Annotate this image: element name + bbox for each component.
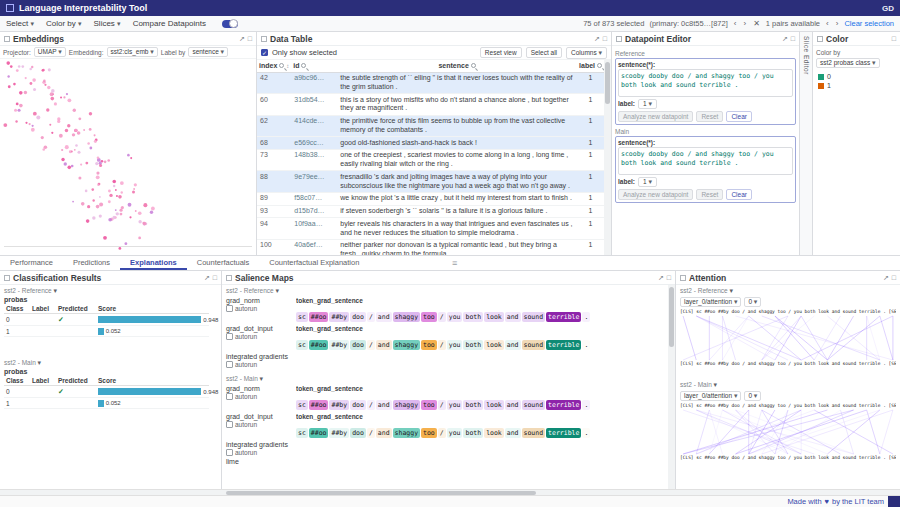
embedding-point[interactable]	[54, 102, 57, 105]
embedding-point[interactable]	[72, 201, 74, 203]
probas-row[interactable]: 1 0.052	[4, 398, 209, 409]
analyze-new-datapoint-button[interactable]: Analyze new datapoint	[618, 111, 693, 122]
embedding-point[interactable]	[61, 149, 63, 151]
color-by-select[interactable]: sst2 probas class ▾	[816, 58, 880, 68]
embedding-point[interactable]	[75, 144, 78, 147]
sort-icon[interactable]: ↕	[286, 63, 289, 69]
embedding-point[interactable]	[99, 214, 102, 217]
embedding-point[interactable]	[65, 145, 69, 149]
cell-id[interactable]: 414cde…	[291, 115, 337, 137]
label-by-select[interactable]: sentence ▾	[188, 47, 228, 57]
embedding-point[interactable]	[14, 109, 17, 112]
embedding-point[interactable]	[138, 211, 142, 215]
salience-vertical-scrollbar[interactable]	[668, 285, 675, 489]
embedding-point[interactable]	[64, 162, 67, 165]
embedding-point[interactable]	[116, 195, 118, 197]
column-header-label[interactable]: label	[577, 60, 604, 72]
embedding-point[interactable]	[133, 188, 135, 190]
embedding-point[interactable]	[89, 147, 92, 150]
column-header-sentence[interactable]: sentence	[337, 60, 577, 72]
embedding-point[interactable]	[31, 66, 33, 68]
embedding-point[interactable]	[118, 195, 122, 199]
pair-prev-icon[interactable]: ‹	[825, 19, 830, 28]
table-row[interactable]: 73148b38…one of the creepiest , scariest…	[257, 149, 604, 171]
select-all-button[interactable]: Select all	[526, 47, 562, 58]
embedding-point[interactable]	[78, 176, 81, 179]
projector-select[interactable]: UMAP ▾	[34, 47, 66, 57]
embedding-point[interactable]	[32, 125, 34, 127]
maximize-icon[interactable]: □	[892, 35, 896, 42]
embedding-point[interactable]	[24, 91, 27, 94]
data-table-vertical-scrollbar[interactable]	[604, 60, 611, 255]
embedding-point[interactable]	[121, 206, 124, 209]
embedding-point[interactable]	[16, 102, 19, 105]
embedding-point[interactable]	[67, 166, 71, 170]
cell-label[interactable]: 1	[577, 218, 604, 240]
embedding-point[interactable]	[18, 109, 21, 112]
embedding-point[interactable]	[25, 77, 27, 79]
embedding-point[interactable]	[130, 157, 132, 159]
embedding-point[interactable]	[85, 190, 88, 193]
embedding-point[interactable]	[81, 202, 85, 206]
embedding-point[interactable]	[150, 211, 153, 214]
embedding-point[interactable]	[16, 69, 19, 72]
embedding-point[interactable]	[74, 129, 77, 132]
cell-id[interactable]: a9bc96…	[291, 72, 337, 94]
select-prev-icon[interactable]: ‹	[733, 19, 738, 28]
head-select[interactable]: 0 ▾	[744, 297, 761, 307]
embedding-point[interactable]	[121, 191, 123, 193]
embedding-point[interactable]	[94, 134, 96, 136]
label-select[interactable]: 1 ▾	[638, 177, 657, 187]
embedding-point[interactable]	[51, 132, 53, 134]
autorun-checkbox[interactable]	[226, 361, 233, 368]
only-show-selected-checkbox[interactable]: ✓	[261, 49, 268, 56]
color-by-menu[interactable]: Color by ▾	[46, 19, 82, 28]
embedding-point[interactable]	[63, 96, 65, 98]
embedding-point[interactable]	[113, 185, 115, 187]
embedding-point[interactable]	[6, 61, 10, 65]
embedding-point[interactable]	[97, 184, 99, 186]
cell-index[interactable]: 73	[257, 149, 291, 171]
embedding-point[interactable]	[77, 131, 81, 135]
cell-index[interactable]: 100	[257, 239, 291, 255]
cell-sentence[interactable]: we know the plot 's a little crazy , but…	[337, 192, 577, 205]
user-avatar[interactable]: GD	[882, 4, 894, 13]
embedding-point[interactable]	[18, 65, 21, 68]
embedding-point[interactable]	[61, 158, 64, 161]
popout-icon[interactable]: ↗	[239, 35, 245, 43]
embedding-point[interactable]	[135, 210, 137, 212]
cell-id[interactable]: d15b7d…	[291, 205, 337, 218]
cell-label[interactable]: 1	[577, 171, 604, 193]
embedding-point[interactable]	[67, 124, 70, 127]
embedding-point[interactable]	[142, 222, 144, 224]
embedding-point[interactable]	[89, 112, 92, 115]
embedding-point[interactable]	[91, 188, 94, 191]
cell-id[interactable]: 148b38…	[291, 149, 337, 171]
embedding-point[interactable]	[128, 203, 132, 207]
autorun-checkbox[interactable]	[226, 421, 233, 428]
embedding-point[interactable]	[103, 236, 107, 240]
table-row[interactable]: 89f58c07…we know the plot 's a little cr…	[257, 192, 604, 205]
label-select[interactable]: 1 ▾	[638, 99, 657, 109]
embedding-point[interactable]	[33, 88, 36, 91]
embedding-point[interactable]	[115, 189, 117, 191]
maximize-icon[interactable]: □	[248, 35, 252, 42]
probas-row[interactable]: 1 0.052	[4, 326, 209, 337]
cell-sentence[interactable]: one of the creepiest , scariest movies t…	[337, 149, 577, 171]
embedding-point[interactable]	[30, 82, 33, 85]
embedding-point[interactable]	[104, 161, 107, 164]
table-row[interactable]: 93d15b7d…if steven soderbergh 's `` sola…	[257, 205, 604, 218]
embedding-point[interactable]	[46, 108, 49, 111]
maximize-icon[interactable]: □	[603, 35, 607, 42]
select-menu[interactable]: Select ▾	[6, 19, 34, 28]
embedding-point[interactable]	[108, 218, 112, 222]
embedding-point[interactable]	[107, 159, 110, 162]
clear-selection-link[interactable]: Clear selection	[844, 19, 894, 28]
autorun-checkbox[interactable]	[226, 393, 233, 400]
attention-visualization[interactable]: [CLS] sc ##oo ##by doo / and shaggy too …	[680, 403, 896, 461]
cell-id[interactable]: 40a6ef…	[291, 239, 337, 255]
cell-id[interactable]: f58c07…	[291, 192, 337, 205]
embedding-point[interactable]	[78, 117, 81, 120]
popout-icon[interactable]: ↗	[594, 35, 600, 43]
cell-sentence[interactable]: the primitive force of this film seems t…	[337, 115, 577, 137]
